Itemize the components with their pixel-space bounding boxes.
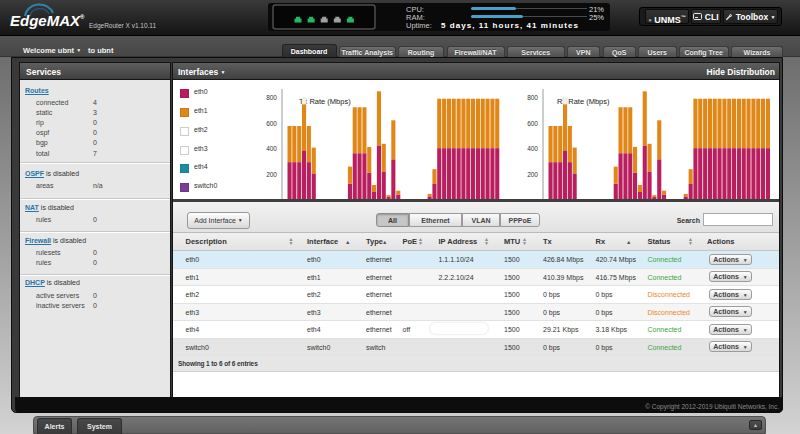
svg-text:800: 800 — [527, 94, 538, 101]
svg-text:600: 600 — [266, 120, 277, 127]
svg-text:400: 400 — [527, 145, 538, 152]
svg-text:200: 200 — [527, 171, 538, 178]
svg-text:600: 600 — [527, 120, 538, 127]
svg-text:800: 800 — [266, 94, 277, 101]
svg-text:Tx Rate (Mbps): Tx Rate (Mbps) — [299, 97, 351, 106]
svg-text:400: 400 — [266, 145, 277, 152]
svg-text:200: 200 — [266, 171, 277, 178]
